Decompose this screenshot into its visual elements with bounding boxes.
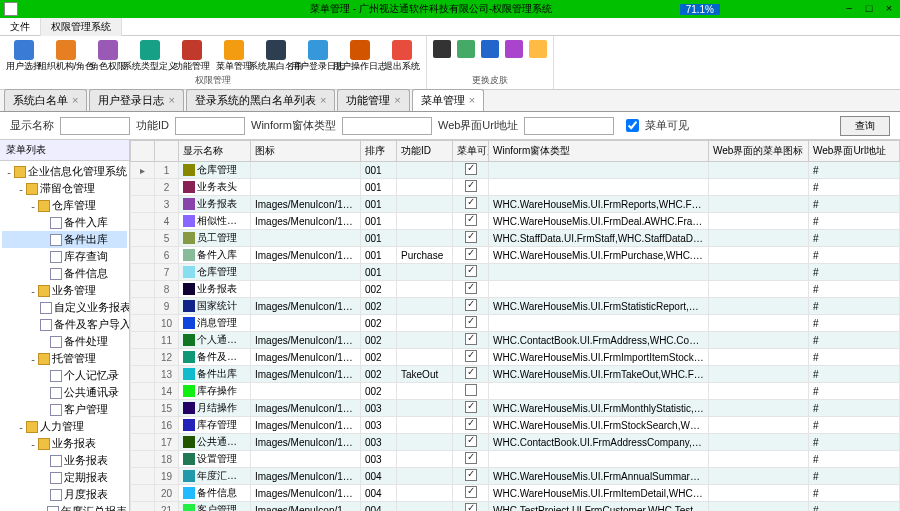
tree-expander-icon[interactable]: - [28,438,38,450]
file-menu-tab-system[interactable]: 权限管理系统 [41,18,122,36]
table-row[interactable]: 14库存操作002# [131,383,900,400]
tree-node[interactable]: 定期报表 [2,469,127,486]
grid-scroll[interactable]: 显示名称图标排序功能ID菜单可见Winform窗体类型Web界面的菜单图标Web… [130,140,900,511]
col-header-0[interactable] [155,141,179,162]
filter-weburl-input[interactable] [524,117,614,135]
table-row[interactable]: 10消息管理002# [131,315,900,332]
tree-node[interactable]: -企业信息化管理系统 [2,163,127,180]
tree-node[interactable]: 业务报表 [2,452,127,469]
col-header-8[interactable]: Web界面Url地址 [809,141,900,162]
col-header-7[interactable]: Web界面的菜单图标 [709,141,809,162]
file-menu-tab-file[interactable]: 文件 [0,18,41,36]
table-row[interactable]: 17公共通讯录Images/MenuIcon/1303.ico003WHC.Co… [131,434,900,451]
col-header-5[interactable]: 菜单可见 [453,141,489,162]
filter-name-input[interactable] [60,117,130,135]
visible-checkbox[interactable] [465,231,477,243]
visible-checkbox[interactable] [465,333,477,345]
tree-node[interactable]: 备件出库 [2,231,127,248]
tree-node[interactable]: -滞留仓管理 [2,180,127,197]
tree-node[interactable]: 备件入库 [2,214,127,231]
ribbon-skin-5[interactable] [527,38,549,60]
tree-node[interactable]: 公共通讯录 [2,384,127,401]
visible-checkbox[interactable] [465,384,477,396]
visible-checkbox[interactable] [465,248,477,260]
tree-node[interactable]: 客户管理 [2,401,127,418]
tree-expander-icon[interactable]: - [16,183,26,195]
ribbon-skin-3[interactable] [479,38,501,60]
table-row[interactable]: 9国家统计Images/MenuIcon/1202.ico002WHC.Ware… [131,298,900,315]
ribbon-user-op-log[interactable]: 用户操作日志 [340,38,380,74]
ribbon-sys-blacklist[interactable]: 系统黑白名单 [256,38,296,74]
doctab-0[interactable]: 系统白名单× [4,89,87,111]
ribbon-skin-1[interactable] [431,38,453,60]
doctab-1[interactable]: 用户登录日志× [89,89,183,111]
ribbon-skin-4[interactable] [503,38,525,60]
table-row[interactable]: 13备件出库Images/MenuIcon/102.ico002TakeOutW… [131,366,900,383]
doctab-close-icon[interactable]: × [168,94,174,106]
tree-node[interactable]: 年度汇总报表 [2,503,127,511]
ribbon-org-role[interactable]: 组织机构/角色 [46,38,86,74]
doctab-4[interactable]: 菜单管理× [412,89,484,111]
visible-checkbox[interactable] [465,452,477,464]
ribbon-user-login-log[interactable]: 用户登录日志 [298,38,338,74]
table-row[interactable]: 21客户管理Images/MenuIcon/1207.ICO004WHC.Tes… [131,502,900,512]
visible-checkbox[interactable] [465,486,477,498]
visible-checkbox[interactable] [465,350,477,362]
tree-expander-icon[interactable]: - [28,285,38,297]
ribbon-skin-2[interactable] [455,38,477,60]
visible-checkbox[interactable] [465,282,477,294]
visible-checkbox[interactable] [465,503,477,511]
doctab-close-icon[interactable]: × [72,94,78,106]
visible-checkbox[interactable] [465,265,477,277]
tree-node[interactable]: 库存查询 [2,248,127,265]
tree-node[interactable]: 个人记忆录 [2,367,127,384]
col-header-2[interactable]: 图标 [251,141,361,162]
search-button[interactable]: 查询 [840,116,890,136]
ribbon-exit-sys[interactable]: 退出系统 [382,38,422,74]
table-row[interactable]: ▸1仓库管理001# [131,162,900,179]
visible-checkbox[interactable] [465,401,477,413]
visible-checkbox[interactable] [465,435,477,447]
tree-node[interactable]: -业务管理 [2,282,127,299]
doctab-2[interactable]: 登录系统的黑白名单列表× [186,89,335,111]
visible-checkbox[interactable] [465,180,477,192]
visible-checkbox[interactable] [465,316,477,328]
tree-expander-icon[interactable]: - [16,421,26,433]
table-row[interactable]: 5员工管理001WHC.StaffData.UI.FrmStaff,WHC.St… [131,230,900,247]
minimize-button[interactable]: − [840,2,858,16]
close-button[interactable]: × [880,2,898,16]
tree-node[interactable]: 备件处理 [2,333,127,350]
tree-node[interactable]: -托管管理 [2,350,127,367]
filter-winform-input[interactable] [342,117,432,135]
doctab-close-icon[interactable]: × [394,94,400,106]
visible-checkbox[interactable] [465,163,477,175]
visible-checkbox[interactable] [465,299,477,311]
col-header-1[interactable]: 显示名称 [179,141,251,162]
table-row[interactable]: 2业务表头001# [131,179,900,196]
ribbon-func-manage[interactable]: 功能管理 [172,38,212,74]
doctab-close-icon[interactable]: × [320,94,326,106]
col-header-6[interactable]: Winform窗体类型 [489,141,709,162]
tree-expander-icon[interactable]: - [28,200,38,212]
visible-checkbox[interactable] [465,469,477,481]
tree-node[interactable]: 自定义业务报表 [2,299,127,316]
tree-node[interactable]: 备件信息 [2,265,127,282]
visible-checkbox[interactable] [465,367,477,379]
tree-node[interactable]: -人力管理 [2,418,127,435]
visible-checkbox[interactable] [465,418,477,430]
tree-expander-icon[interactable]: - [4,166,14,178]
maximize-button[interactable]: □ [860,2,878,16]
visible-checkbox[interactable] [465,197,477,209]
table-row[interactable]: 6备件入库Images/MenuIcon/101.ico001PurchaseW… [131,247,900,264]
tree-node[interactable]: 月度报表 [2,486,127,503]
table-row[interactable]: 16库存管理Images/MenuIcon/1207.ICO003WHC.War… [131,417,900,434]
col-header-4[interactable]: 功能ID [397,141,453,162]
table-row[interactable]: 18设置管理003# [131,451,900,468]
tree-expander-icon[interactable]: - [28,353,38,365]
table-row[interactable]: 3业务报表Images/MenuIcon/1201.ico001WHC.Ware… [131,196,900,213]
filter-funcid-input[interactable] [175,117,245,135]
doctab-close-icon[interactable]: × [469,94,475,106]
table-row[interactable]: 15月结操作Images/MenuIcon/1203.ico003WHC.War… [131,400,900,417]
table-row[interactable]: 4相似性分析Images/MenuIcon/105.ico001WHC.Ware… [131,213,900,230]
table-row[interactable]: 7仓库管理001# [131,264,900,281]
